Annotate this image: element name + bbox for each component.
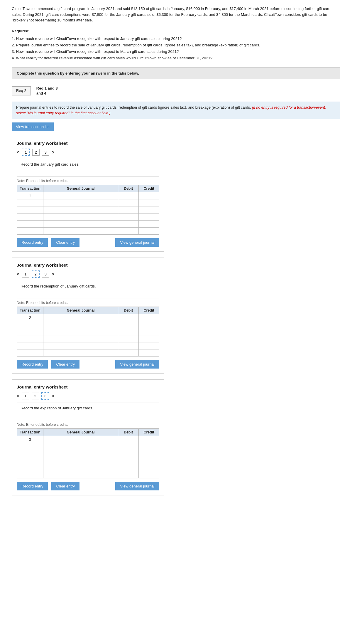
table-header: Transaction	[17, 307, 43, 314]
debit-input-r5[interactable]	[121, 229, 136, 233]
transaction-cell	[17, 443, 43, 450]
view-transaction-button[interactable]: View transaction list	[12, 122, 54, 131]
credit-input-r0[interactable]	[141, 438, 157, 442]
general-journal-input-r1[interactable]	[46, 323, 116, 327]
general-journal-input-r3[interactable]	[46, 459, 116, 463]
credit-input-r3[interactable]	[141, 337, 157, 341]
general-journal-input-r4[interactable]	[46, 466, 116, 470]
tab-req2[interactable]: Req 2	[12, 86, 31, 95]
worksheet-title: Journal entry worksheet	[17, 263, 159, 268]
debit-input-r1[interactable]	[121, 323, 136, 327]
record-entry-button[interactable]: Record entry	[17, 482, 48, 490]
general-journal-input-r0[interactable]	[46, 438, 116, 442]
record-entry-button[interactable]: Record entry	[17, 238, 48, 247]
nav-num-1[interactable]: 1	[22, 393, 29, 399]
general-journal-input-r3[interactable]	[46, 337, 116, 341]
nav-num-3[interactable]: 3	[42, 149, 49, 156]
table-row	[17, 221, 159, 228]
credit-input-r3[interactable]	[141, 215, 157, 219]
nav-prev-button[interactable]: <	[17, 272, 19, 277]
debit-input-r2[interactable]	[121, 330, 136, 334]
general-journal-input-r2[interactable]	[46, 330, 116, 334]
clear-entry-button[interactable]: Clear entry	[51, 482, 79, 490]
credit-input-r2[interactable]	[141, 452, 157, 456]
debit-input-r3[interactable]	[121, 215, 136, 219]
credit-input-r4[interactable]	[141, 344, 157, 348]
general-journal-input-r4[interactable]	[46, 344, 116, 348]
credit-input-r2[interactable]	[141, 330, 157, 334]
complete-banner: Complete this question by entering your …	[12, 67, 340, 79]
credit-input-r5[interactable]	[141, 229, 157, 233]
table-header: Debit	[118, 307, 139, 314]
general-journal-input-r3[interactable]	[46, 215, 116, 219]
credit-input-r4[interactable]	[141, 222, 157, 226]
tab-req1and3[interactable]: Req 1 and 3 and 4	[32, 84, 62, 98]
general-journal-input-r0[interactable]	[46, 316, 116, 320]
view-general-journal-button[interactable]: View general journal	[115, 360, 159, 369]
credit-input-r4[interactable]	[141, 466, 157, 470]
nav-num-3[interactable]: 3	[42, 271, 49, 278]
credit-input-r3[interactable]	[141, 459, 157, 463]
general-journal-input-r5[interactable]	[46, 351, 116, 355]
credit-input-r5[interactable]	[141, 351, 157, 355]
nav-num-3[interactable]: 3	[41, 392, 49, 400]
record-entry-button[interactable]: Record entry	[17, 360, 48, 369]
view-general-journal-button[interactable]: View general journal	[115, 482, 159, 490]
note-text: Note: Enter debits before credits.	[17, 179, 159, 183]
transaction-cell	[17, 221, 43, 228]
debit-input-r4[interactable]	[121, 344, 136, 348]
clear-entry-button[interactable]: Clear entry	[51, 360, 79, 369]
general-journal-input-r1[interactable]	[46, 445, 116, 449]
nav-next-button[interactable]: >	[52, 150, 54, 155]
transaction-cell	[17, 328, 43, 335]
general-journal-input-r2[interactable]	[46, 452, 116, 456]
debit-input-r5[interactable]	[121, 351, 136, 355]
nav-next-button[interactable]: >	[52, 394, 54, 399]
view-general-journal-button[interactable]: View general journal	[115, 238, 159, 247]
debit-input-r0[interactable]	[121, 438, 136, 442]
credit-input-r0[interactable]	[141, 194, 157, 198]
debit-input-r2[interactable]	[121, 208, 136, 212]
nav-num-2[interactable]: 2	[32, 393, 39, 399]
debit-input-r1[interactable]	[121, 201, 136, 205]
debit-input-r3[interactable]	[121, 459, 136, 463]
nav-num-1[interactable]: 1	[22, 149, 30, 156]
debit-input-r0[interactable]	[121, 194, 136, 198]
required-item: 2. Prepare journal entries to record the…	[12, 42, 340, 48]
debit-input-r2[interactable]	[121, 452, 136, 456]
nav-next-button[interactable]: >	[52, 272, 54, 277]
nav-num-2[interactable]: 2	[32, 270, 40, 278]
general-journal-input-r5[interactable]	[46, 229, 116, 233]
nav-row: <123>	[17, 392, 159, 400]
general-journal-input-r0[interactable]	[46, 194, 116, 198]
credit-input-r1[interactable]	[141, 201, 157, 205]
debit-input-r5[interactable]	[121, 473, 136, 477]
debit-input-r1[interactable]	[121, 445, 136, 449]
general-journal-input-r4[interactable]	[46, 222, 116, 226]
nav-prev-button[interactable]: <	[17, 394, 19, 399]
debit-input-r3[interactable]	[121, 337, 136, 341]
info-banner: Prepare journal entries to record the sa…	[12, 102, 340, 119]
general-journal-input-r2[interactable]	[46, 208, 116, 212]
worksheet-title: Journal entry worksheet	[17, 141, 159, 146]
journal-table: TransactionGeneral JournalDebitCredit1	[17, 185, 159, 235]
debit-input-r4[interactable]	[121, 466, 136, 470]
table-row	[17, 335, 159, 342]
nav-num-1[interactable]: 1	[22, 271, 29, 278]
clear-entry-button[interactable]: Clear entry	[51, 238, 79, 247]
debit-input-r0[interactable]	[121, 316, 136, 320]
table-header: General Journal	[43, 307, 118, 314]
general-journal-input-r5[interactable]	[46, 473, 116, 477]
nav-prev-button[interactable]: <	[17, 150, 19, 155]
credit-input-r0[interactable]	[141, 316, 157, 320]
transaction-cell	[17, 464, 43, 471]
debit-input-r4[interactable]	[121, 222, 136, 226]
credit-input-r1[interactable]	[141, 445, 157, 449]
table-row	[17, 471, 159, 478]
credit-input-r1[interactable]	[141, 323, 157, 327]
general-journal-input-r1[interactable]	[46, 201, 116, 205]
transaction-cell: 1	[17, 192, 43, 199]
credit-input-r2[interactable]	[141, 208, 157, 212]
credit-input-r5[interactable]	[141, 473, 157, 477]
nav-num-2[interactable]: 2	[32, 149, 40, 156]
